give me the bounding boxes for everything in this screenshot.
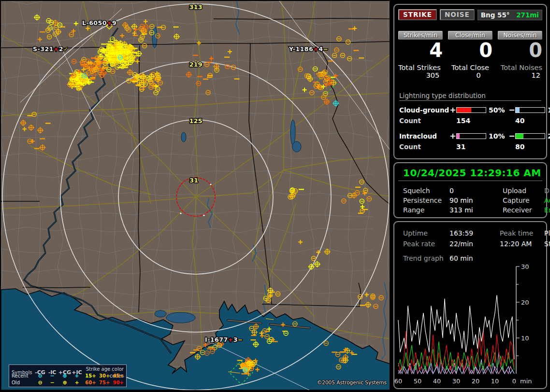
settings-row-persistence: Persistence 90 min Capture Active (403, 196, 541, 205)
storm-cell-label[interactable]: L-6050+9 (82, 19, 116, 27)
strikes-per-min-counter: Strikes/min 4 (398, 31, 446, 61)
alarm-ring-dot (180, 212, 181, 214)
svg-text:0: 0 (512, 378, 516, 385)
minus-icon: − (46, 379, 58, 386)
cloud-ground-row: Cloud-ground + 50% − 13% (399, 105, 541, 114)
svg-text:50: 50 (414, 378, 422, 385)
svg-text:20: 20 (472, 378, 480, 385)
lightning-type-distribution: Lightning type distribution Cloud-ground… (394, 79, 546, 151)
map-canvas[interactable]: 31321912531S-321+2✓L-6050+9Y-1186+4−I-16… (1, 1, 390, 390)
close-per-min-value: 0 (448, 40, 492, 61)
peak-rate-value: 22/min (449, 238, 500, 249)
ring-distance-label: 31 (189, 177, 198, 184)
circled-plus-icon: ⊕ (58, 373, 72, 379)
svg-text:60: 60 (394, 378, 402, 385)
circled-minus-icon: ⊖ (34, 379, 46, 386)
circled-minus-icon: ⊖ (34, 373, 46, 379)
peak-time-value: 12:20 AM (500, 238, 544, 249)
minus-icon: − (46, 373, 58, 379)
strike-counters-box: STRIKE NOISE Bng 55° 271mi Strikes/min 4… (393, 4, 547, 159)
ic-minus-bar (515, 133, 545, 139)
capture-status: Active (544, 196, 550, 205)
storm-cell-label[interactable]: Y-1186+4− (289, 45, 328, 53)
plus-icon: + (72, 373, 82, 379)
circled-plus-icon: ⊕ (58, 379, 72, 386)
status-box: 10/24/2025 12:29:16 AM Squelch 0 Upload … (393, 162, 547, 218)
ring-distance-label: 219 (189, 61, 202, 68)
total-noises: Total Noises 12 (494, 64, 542, 79)
cg-plus-bar (456, 107, 486, 113)
trend-graph: 1020306050403020100min (394, 262, 547, 386)
svg-text:40: 40 (433, 378, 441, 385)
copyright-text: ©2005 Astrogenic Systems (317, 379, 389, 385)
settings-row-squelch: Squelch 0 Upload Disabled (403, 186, 541, 196)
trend-box: Uptime 163:59 Peak time Plot Peak rate 2… (393, 221, 547, 389)
receiver-status: Enabled (544, 205, 550, 215)
plus-icon: + (72, 379, 82, 386)
bearing-label: Bng 55° (481, 11, 510, 19)
noise-mode-button[interactable]: NOISE (440, 9, 475, 20)
legend-row-recent: Recent ⊖ − ⊕ + 15+ 30+ 45+ (12, 373, 124, 379)
noises-per-min-label[interactable]: Noises/min (498, 31, 542, 40)
distribution-title: Lightning type distribution (399, 92, 541, 101)
ic-plus-bar (456, 133, 486, 139)
svg-text:30: 30 (521, 263, 529, 270)
bearing-range: 271mi (516, 11, 539, 19)
close-per-min-counter: Close/min 0 (446, 31, 494, 61)
strikes-per-min-value: 4 (398, 40, 443, 61)
storm-cell-label[interactable]: I-1677+3− (205, 336, 243, 343)
bearing-readout: Bng 55° 271mi (478, 10, 542, 20)
noises-per-min-value: 0 (498, 40, 542, 61)
map-legend: Symbols -CG -IC +CG +IC Strike age color… (9, 364, 127, 387)
plot-mode-value: Strike (544, 238, 550, 249)
storm-cell-label[interactable]: S-321+2✓ (33, 45, 69, 53)
upload-status: Disabled (544, 186, 550, 196)
svg-text:min: min (520, 378, 532, 385)
svg-text:20: 20 (521, 299, 529, 306)
stats-row-peak: Peak rate 22/min 12:20 AM Strike (403, 238, 541, 249)
svg-text:10: 10 (521, 335, 529, 342)
storm-map[interactable]: 31321912531S-321+2✓L-6050+9Y-1186+4−I-16… (1, 1, 390, 390)
total-strikes: Total Strikes 305 (398, 64, 446, 79)
cloud-ground-counts: Count 154 40 (399, 117, 541, 125)
settings-row-range: Range 313 mi Receiver Enabled (403, 205, 541, 215)
cg-minus-bar (515, 107, 545, 113)
intracloud-row: Intracloud + 10% − 26% (399, 131, 541, 140)
alarm-ring-dot (203, 214, 204, 216)
ring-distance-label: 125 (189, 117, 202, 125)
stats-row-uptime: Uptime 163:59 Peak time Plot (403, 228, 541, 238)
datetime-display: 10/24/2025 12:29:16 AM (398, 163, 542, 181)
total-close: Total Close 0 (446, 64, 494, 79)
noises-per-min-counter: Noises/min 0 (494, 31, 542, 61)
svg-text:10: 10 (491, 378, 499, 385)
strikes-per-min-label[interactable]: Strikes/min (398, 31, 443, 40)
intracloud-counts: Count 31 80 (399, 143, 541, 151)
app-window: 31321912531S-321+2✓L-6050+9Y-1186+4−I-16… (0, 0, 550, 392)
ring-distance-label: 313 (189, 3, 202, 11)
alarm-ring-dot (210, 183, 211, 185)
svg-text:30: 30 (452, 378, 461, 385)
uptime-value: 163:59 (449, 228, 500, 238)
strike-mode-button[interactable]: STRIKE (398, 9, 437, 20)
close-per-min-label[interactable]: Close/min (448, 31, 492, 40)
legend-row-old: Old ⊖ − ⊕ + 60+ 75+ 90+ (12, 379, 124, 386)
telemetry-panel: STRIKE NOISE Bng 55° 271mi Strikes/min 4… (391, 0, 550, 392)
